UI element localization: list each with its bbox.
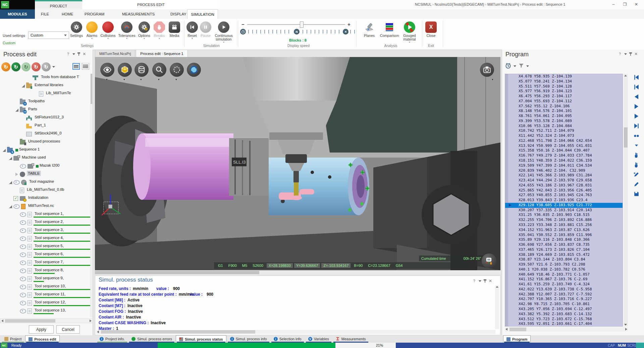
program-line[interactable]: X39.507 Y21.6 Z-103.793 C2.208 <box>505 262 623 267</box>
context-tab-process-edit[interactable]: PROCESS EDIT <box>82 0 220 9</box>
tree-item-label[interactable]: Tool sequence 10, <box>34 283 67 289</box>
program-line[interactable]: X27.053 Y40.855 Z-103.945 C24.763 <box>505 193 623 198</box>
zoom-magnifier-button[interactable] <box>152 63 166 77</box>
time-mode-icon[interactable] <box>505 62 512 70</box>
tab-process-edit[interactable]: Process edit <box>25 335 59 343</box>
program-line[interactable]: X42.022 Y13.639 Z-103.738 C-5.958 <box>505 287 623 292</box>
tree-item-label[interactable]: Initialization <box>27 195 49 200</box>
play-forward-icon[interactable] <box>633 103 640 110</box>
tree-item[interactable]: Tool sequence 13, <box>0 307 91 315</box>
pin-icon[interactable] <box>630 53 631 56</box>
tab-modules[interactable]: MODULES <box>0 9 35 19</box>
tree-item-label[interactable]: Parts <box>27 106 38 112</box>
save-floppy-icon[interactable] <box>633 190 640 197</box>
tree-item-label[interactable]: Tool sequence 1, <box>34 211 65 216</box>
speed-x-badge[interactable]: ✕ <box>343 29 348 35</box>
toolbar-dropdown-icon[interactable] <box>52 66 55 68</box>
step-forward-filter-icon[interactable] <box>633 113 640 119</box>
clock-speed-icon[interactable] <box>240 29 246 35</box>
pin-icon[interactable] <box>485 280 485 283</box>
continuous-simulation-button[interactable]: Continuous simulation ▾ <box>212 21 236 43</box>
program-line[interactable]: X23.414 Y44.294 Z-103.978 C29.658 <box>505 178 623 183</box>
tab-program[interactable]: PROGRAM <box>80 9 109 19</box>
expand-icon[interactable] <box>22 84 25 88</box>
skip-start-icon[interactable] <box>633 74 640 80</box>
program-line[interactable]: X29.128 Y38.605 Z-103.925 C21.772 <box>505 203 623 208</box>
recalc-green-button[interactable]: ↻ <box>11 62 20 71</box>
tree-item[interactable]: Tool sequence 1, <box>0 211 91 219</box>
program-vertical-scrollbar[interactable] <box>624 74 628 327</box>
program-line[interactable]: X25.865 Y42.043 Z-103.956 C26.405 <box>505 188 623 193</box>
program-line[interactable]: X30.207 Y37.335 Z-103.914 C20.143 <box>505 208 623 213</box>
tree-item[interactable]: Tool sequence 12, <box>0 299 91 307</box>
reset-orange-button[interactable]: ↻ <box>1 62 10 71</box>
minimize-button[interactable]: – <box>608 1 619 8</box>
tree-item-label[interactable]: Tool sequence 8, <box>34 267 65 273</box>
hand-add-icon[interactable] <box>633 152 640 158</box>
status-vertical-scrollbar[interactable] <box>495 285 499 329</box>
panel-help-icon[interactable]: ? <box>473 279 475 283</box>
speed-slider-track[interactable] <box>247 24 345 25</box>
program-line[interactable]: X43.595 Y2.051 Z-103.661 C-17.404 <box>505 322 623 327</box>
tree-item[interactable]: Tool sequence 8, <box>0 267 91 275</box>
expand-icon[interactable] <box>15 109 18 112</box>
speed-minus-button[interactable]: − <box>241 21 245 27</box>
visibility-eye-icon[interactable] <box>20 228 26 233</box>
program-line[interactable]: X9.399 Y53.578 Z-104.089 <box>505 119 623 124</box>
program-line[interactable]: X37.465 Y26.173 Z-103.826 C7.104 <box>505 247 623 252</box>
visibility-eye-icon[interactable] <box>20 212 26 217</box>
tree-item[interactable]: Tool sequence 11, <box>0 291 91 299</box>
program-line[interactable]: X7.004 Y55.693 Z-104.112 <box>505 99 623 104</box>
recalc-tool-button[interactable]: ↻ <box>21 62 31 71</box>
more-dropdown-icon[interactable] <box>633 142 640 149</box>
filter-icon[interactable] <box>518 63 524 70</box>
tab-simul-process-errors[interactable]: Simul. process errors <box>128 335 175 343</box>
time-mode-dropdown-icon[interactable] <box>514 65 516 67</box>
tab-file[interactable]: FILE <box>36 9 54 19</box>
tree-item[interactable]: Tool sequence 10, <box>0 283 91 291</box>
program-line[interactable]: X6.475 Y56.293 Z-104.117 <box>505 94 623 99</box>
program-line[interactable]: X12.468 Y51.798 Z-104.066 C42.654 <box>505 138 623 143</box>
panel-menu-icon[interactable] <box>624 53 627 55</box>
tree-item[interactable]: Mazak I200 <box>0 162 91 170</box>
tree-item[interactable]: Sequence 1 <box>0 146 91 154</box>
program-line[interactable]: X32.255 Y34.706 Z-103.892 C16.886 <box>505 218 623 223</box>
tree-item-label[interactable]: External libraries <box>34 82 64 88</box>
tree-item-label[interactable]: Tool sequence 13, <box>34 307 67 313</box>
visibility-eye-icon[interactable] <box>20 277 26 281</box>
tree-item-label[interactable]: Tool magazine <box>28 179 55 184</box>
program-horizontal-scrollbar[interactable] <box>505 327 628 332</box>
expand-icon[interactable] <box>9 157 12 160</box>
skip-end-icon[interactable] <box>633 122 640 129</box>
tree-item-label[interactable]: Tool sequence 6, <box>34 251 65 256</box>
panel-close-icon[interactable]: ✕ <box>489 279 492 283</box>
speed-n-badge[interactable]: N <box>294 29 300 35</box>
viewport-canvas[interactable]: SLL.I3 <box>95 57 500 270</box>
tree-item[interactable]: Tool sequence 3, <box>0 227 91 235</box>
collisions-button[interactable]: Collisions ▾ <box>98 21 118 40</box>
program-line[interactable]: X36.698 Y27.656 Z-103.837 C8.735 <box>505 242 623 247</box>
tree-item-label[interactable]: Tool sequence 5, <box>34 243 65 248</box>
close-simulation-button[interactable]: X Close <box>421 21 441 38</box>
program-line[interactable]: X42.707 Y10.365 Z-103.716 C-9.227 <box>505 297 623 302</box>
selection-dashed-circle-button[interactable] <box>170 63 184 77</box>
tree-item[interactable]: MillTurnTest.nc <box>0 202 91 211</box>
tab-home[interactable]: HOME <box>57 9 78 19</box>
tree-item[interactable]: Toolpaths <box>0 98 91 106</box>
tree-item[interactable]: External libraries <box>0 82 91 90</box>
program-line[interactable]: X18.151 Y48.359 Z-104.022 C36.159 <box>505 158 623 163</box>
tree-item-label[interactable]: StlFixture1012_3 <box>34 114 65 120</box>
tree-item[interactable]: TABLE <box>0 170 91 178</box>
program-line[interactable]: X8.761 Y54.061 Z-104.095 <box>505 114 623 119</box>
program-line[interactable]: X28.013 Y39.843 Z-103.936 C23.4 <box>505 198 623 203</box>
program-line[interactable]: X31.25 Y36.035 Z-103.903 C18.515 <box>505 213 623 218</box>
tree-item-label[interactable]: Unused processes <box>27 138 61 144</box>
tree-item[interactable]: Tool sequence 5, <box>0 243 91 251</box>
tree-item[interactable]: Tools from database T <box>0 74 91 82</box>
camera-options-button[interactable] <box>480 63 494 77</box>
machine-panel-button[interactable] <box>482 253 496 268</box>
program-line[interactable]: X43.512 Y3.723 Z-103.672 C-15.768 <box>505 317 623 322</box>
tab-project[interactable]: Project <box>1 335 24 343</box>
visibility-eye-icon[interactable] <box>20 244 26 249</box>
program-line[interactable]: X40.1 Y20.038 Z-103.782 C0.576 <box>505 267 623 272</box>
